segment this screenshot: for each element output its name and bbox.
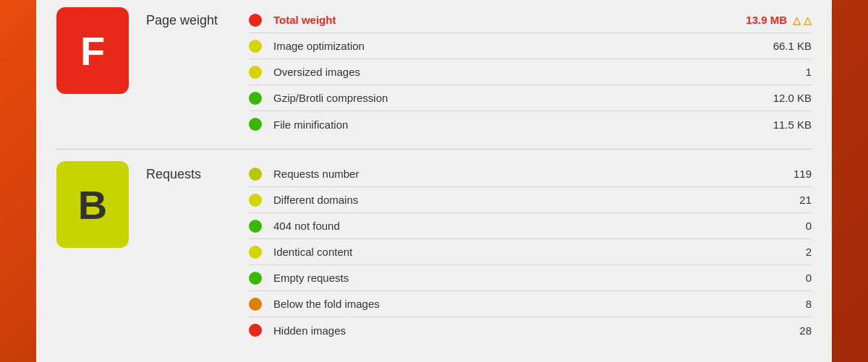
status-dot [249,246,262,259]
row-value: 8 [754,298,812,310]
row-label: 404 not found [273,220,754,232]
row-label: Total weight [273,14,746,26]
table-row: Requests number119 [249,161,812,187]
row-label: Hidden images [273,324,754,337]
row-label: File minification [273,118,754,131]
row-label: Oversized images [273,66,754,78]
status-dot [249,66,262,79]
status-dot [249,272,262,285]
row-value: 119 [754,168,812,180]
row-value: 0 [754,272,812,284]
table-row: Image optimization66.1 KB [249,33,812,59]
rows-page-weight: Total weight13.9 MB △△Image optimization… [249,7,812,137]
grade-badge-requests: B [56,161,129,248]
warning-icons: △△ [793,14,812,26]
table-row: Different domains21 [249,187,812,213]
table-row: Below the fold images8 [249,291,812,317]
row-value: 0 [754,220,812,232]
status-dot [249,92,262,105]
table-row: Empty requests0 [249,265,812,291]
section-label-requests: Requests [146,161,240,182]
row-value: 11.5 KB [754,118,812,131]
row-label: Gzip/Brotli compression [273,92,754,104]
row-label: Requests number [273,168,754,180]
row-value: 1 [754,66,812,78]
status-dot [249,298,262,311]
row-value: 66.1 KB [754,40,812,52]
warn-triangle-icon: △ [793,14,801,26]
rows-requests: Requests number119Different domains21404… [249,161,812,343]
section-page-weight: FPage weightTotal weight13.9 MB △△Image … [56,7,812,137]
row-label: Below the fold images [273,298,754,310]
table-row: File minification11.5 KB [249,111,812,137]
status-dot [249,40,262,53]
table-row: 404 not found0 [249,213,812,239]
status-dot [249,168,262,181]
row-label: Different domains [273,194,754,206]
table-row: Total weight13.9 MB △△ [249,7,812,33]
section-divider [56,149,812,150]
row-label: Empty requests [273,272,754,284]
section-requests: BRequestsRequests number119Different dom… [56,161,812,343]
table-row: Gzip/Brotli compression12.0 KB [249,85,812,111]
warn-triangle-icon: △ [804,14,812,26]
main-card: FPage weightTotal weight13.9 MB △△Image … [36,0,832,362]
table-row: Oversized images1 [249,59,812,85]
status-dot [249,194,262,207]
row-value: 21 [754,194,812,206]
grade-badge-page-weight: F [56,7,129,94]
status-dot [249,14,262,27]
status-dot [249,118,262,131]
row-label: Identical content [273,246,754,258]
row-label: Image optimization [273,40,754,52]
status-dot [249,220,262,233]
row-value: 2 [754,246,812,258]
row-value: 13.9 MB △△ [746,14,812,26]
table-row: Hidden images28 [249,317,812,343]
status-dot [249,324,262,337]
section-label-page-weight: Page weight [146,7,240,28]
table-row: Identical content2 [249,239,812,265]
row-value: 28 [754,324,812,337]
row-value: 12.0 KB [754,92,812,104]
